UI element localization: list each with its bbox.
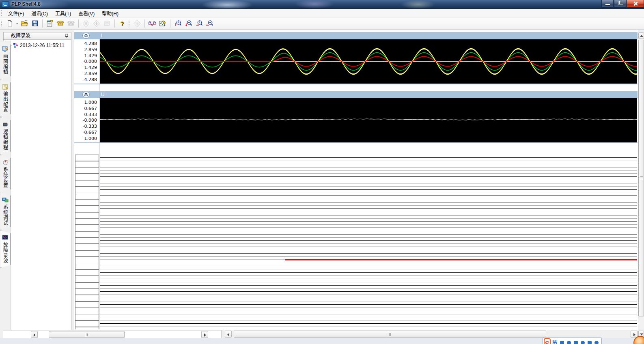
digital-row-separator (100, 205, 637, 206)
properties-icon[interactable] (45, 19, 55, 28)
tree-item-record[interactable]: ·· 2013-12-26 11:55:11 (5, 42, 65, 49)
close-button[interactable] (627, 0, 644, 8)
digital-channel-label[interactable] (75, 327, 99, 329)
current-waveform-plot[interactable] (100, 39, 637, 84)
digital-channel-label[interactable] (75, 180, 99, 187)
main-vscrollbar (638, 32, 644, 338)
waveform-icon[interactable]: AA (147, 19, 157, 28)
voltage-waveform-plot[interactable] (100, 98, 637, 142)
collapse-chevron-icon[interactable] (82, 92, 90, 97)
menu-item-1[interactable]: 通讯(C) (28, 9, 52, 17)
digital-channel-label[interactable] (75, 320, 99, 327)
digital-channel-label[interactable] (75, 218, 99, 225)
digital-row-separator (100, 186, 637, 187)
ime-toolbar[interactable]: S 英 (543, 337, 602, 344)
mic-icon[interactable] (567, 341, 571, 344)
ime-logo-icon[interactable]: S (544, 338, 551, 344)
system-debug-icon (2, 197, 9, 203)
sidebar-tab-故障录波[interactable]: 故障录波 (0, 230, 11, 268)
save-icon[interactable] (30, 19, 40, 28)
digital-channel-label[interactable] (75, 301, 99, 308)
ime-language-indicator[interactable]: 英 (552, 339, 558, 344)
new-icon[interactable] (5, 19, 15, 28)
keyboard-icon[interactable] (574, 341, 578, 344)
digital-channel-label[interactable] (75, 187, 99, 193)
pen-icon[interactable] (560, 341, 564, 344)
digital-channel-label[interactable] (75, 257, 99, 263)
digital-row-separator (100, 193, 637, 193)
digital-trace (100, 157, 637, 158)
menu-bar: 文件(F)通讯(C)工具(T)查看(V)帮助(H) (0, 9, 644, 17)
sidebar-tab-逻辑编程[interactable]: 逻辑编程 (0, 117, 11, 155)
menu-item-2[interactable]: 工具(T) (52, 9, 75, 17)
zoom-out-y-icon[interactable]: − (183, 19, 193, 28)
panel-title-I: I (101, 33, 102, 39)
menu-item-0[interactable]: 文件(F) (4, 9, 28, 17)
minimize-button[interactable] (601, 0, 614, 8)
plot-config-icon[interactable]: + (158, 19, 168, 28)
digital-channel-label[interactable] (75, 174, 99, 180)
digital-channel-label[interactable] (75, 244, 99, 250)
digital-channel-label[interactable] (75, 250, 99, 257)
digital-row-separator (100, 231, 637, 231)
scroll-left-button[interactable] (225, 331, 232, 338)
panel-header-voltage[interactable]: U (74, 91, 638, 98)
app-icon (2, 1, 9, 7)
digital-channel-label[interactable] (75, 276, 99, 282)
wrench-icon[interactable] (594, 341, 599, 344)
toolbar-grip[interactable] (129, 21, 130, 26)
toolbar-grip[interactable] (1, 21, 3, 26)
pin-icon[interactable] (64, 33, 69, 39)
digital-channel-label[interactable] (75, 314, 99, 320)
open-icon[interactable] (19, 19, 29, 28)
menu-item-4[interactable]: 帮助(H) (98, 9, 122, 17)
logic-program-icon (2, 122, 9, 127)
sidebar-tab-系统设置[interactable]: 系统设置 (0, 155, 11, 192)
title-bar[interactable]: PLP Shell4.8 (0, 0, 644, 9)
sidebar-tab-系统调试[interactable]: 系统调试 (0, 193, 11, 230)
scrollbar-thumb[interactable] (49, 331, 125, 338)
digital-channel-label[interactable] (75, 161, 99, 168)
help-icon[interactable]: ? (117, 19, 127, 28)
toolbox-icon[interactable] (588, 341, 592, 344)
digital-channel-label[interactable] (75, 193, 99, 199)
restore-button[interactable] (614, 0, 626, 8)
zoom-out-x-icon[interactable]: − (205, 19, 214, 28)
digital-channel-label[interactable] (75, 225, 99, 231)
sidebar-tab-输出配置[interactable]: 输出配置 (0, 80, 11, 117)
digital-channel-label[interactable] (75, 263, 99, 269)
digital-channel-label[interactable] (75, 295, 99, 301)
zoom-in-x-icon[interactable]: + (194, 19, 204, 28)
digital-channel-label[interactable] (75, 237, 99, 244)
panel-header-current[interactable]: I (74, 32, 638, 39)
digital-channel-label[interactable] (75, 199, 99, 206)
y-tick-label: 1.429 (75, 53, 97, 58)
new-dropdown-icon[interactable]: ▾ (15, 19, 19, 28)
digital-channel-label[interactable] (75, 288, 99, 295)
zoom-in-y-icon[interactable]: + (173, 19, 183, 28)
dial-icon[interactable]: ☎ (56, 19, 65, 28)
scroll-right-button[interactable] (201, 331, 208, 338)
sidebar-tab-画面编辑[interactable]: 画面编辑 (0, 42, 11, 79)
digital-trace (100, 291, 637, 292)
digital-channel-label[interactable] (75, 269, 99, 276)
y-tick-label: 0.667 (75, 106, 97, 111)
digital-channel-label[interactable] (75, 167, 99, 174)
scrollbar-thumb[interactable] (638, 40, 644, 316)
menu-grip[interactable] (1, 10, 3, 16)
menu-item-3[interactable]: 查看(V) (75, 9, 98, 17)
y-tick-label: 1.000 (75, 100, 97, 105)
collapse-chevron-icon[interactable] (82, 33, 90, 39)
digital-trace (100, 221, 637, 221)
digital-trace (100, 164, 637, 164)
digital-channel-label[interactable] (75, 282, 99, 289)
digital-channel-label[interactable] (75, 212, 99, 219)
user-icon[interactable] (581, 341, 585, 344)
digital-channel-label[interactable] (75, 308, 99, 314)
digital-channel-label[interactable] (75, 206, 99, 212)
scrollbar-thumb[interactable] (234, 331, 546, 338)
scroll-left-button[interactable] (31, 331, 38, 338)
digital-channel-label[interactable] (75, 231, 99, 238)
scroll-up-button[interactable] (638, 32, 644, 39)
digital-channel-label[interactable] (75, 155, 99, 161)
